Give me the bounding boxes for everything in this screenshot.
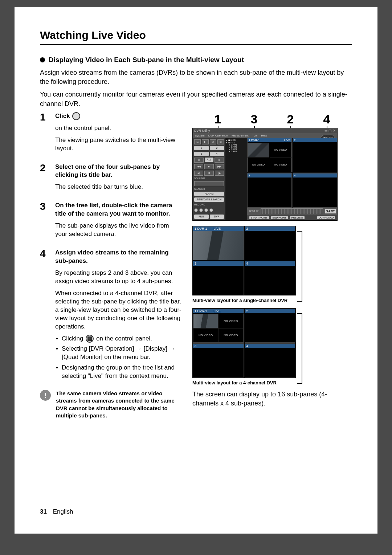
step4-bullet1a: Clicking: [62, 335, 83, 342]
step4-bullet1b: on the control panel.: [96, 335, 152, 342]
start-point-button[interactable]: START POINT: [249, 216, 269, 219]
sub-pane-1: 1 DVR-1LIVE NO VIDEO NO VIDEO NO VIDEO: [193, 309, 244, 343]
callout-4: 4: [309, 112, 345, 126]
step-number: 4: [40, 249, 49, 383]
volume-slider[interactable]: [194, 181, 224, 186]
pane1-status: LIVE: [284, 139, 290, 142]
end-point-button[interactable]: END POINT: [271, 216, 288, 219]
section-heading: Displaying Video in Each Sub-pane in the…: [40, 56, 352, 64]
step3-bold: On the tree list, double-click the camer…: [55, 201, 181, 218]
step4-bullet2: Selecting [DVR Operation] → [Display] → …: [55, 345, 181, 362]
no-video-label: NO VIDEO: [274, 148, 287, 151]
forward-icon[interactable]: ▶▶: [215, 164, 224, 169]
stop-icon[interactable]: ■: [204, 171, 213, 176]
tree-cam4[interactable]: ● CAM4: [226, 150, 246, 152]
step-forward-icon[interactable]: |▶: [215, 171, 224, 176]
record-indicators: [194, 207, 224, 213]
download-button[interactable]: DOWNLOAD: [317, 216, 335, 219]
camera-thumbnail: [193, 314, 218, 328]
no-video-label: NO VIDEO: [252, 163, 265, 166]
rewind-icon[interactable]: ◀◀: [194, 164, 203, 169]
menu-help[interactable]: Help: [261, 134, 267, 137]
intro-block: Assign video streams from the cameras (D…: [40, 68, 352, 109]
channel-3-button[interactable]: 3: [194, 152, 209, 156]
layout-icon[interactable]: ◧: [202, 139, 208, 144]
camera-thumbnail: [248, 143, 269, 157]
multiview-icon[interactable]: ⊞: [217, 139, 224, 144]
tree-pc[interactable]: ▾ 🖥 PC1: [226, 141, 246, 144]
callout-1: 1: [200, 112, 236, 126]
dvr-app-window: DVR Utility ▭ ▢ ✕ System DVR Operation M…: [192, 128, 338, 221]
bracket-icon: [297, 231, 302, 302]
app-title: DVR Utility: [194, 129, 210, 132]
timeline-track[interactable]: [261, 208, 323, 214]
preview-button[interactable]: PREVIEW: [290, 216, 305, 219]
channel-1-button[interactable]: 1: [194, 146, 209, 150]
timedate-search-button[interactable]: TIME/DATE SEARCH: [194, 197, 224, 202]
menu-management[interactable]: Management: [232, 134, 249, 137]
pane2-title: 2: [294, 139, 295, 142]
figure2-caption: Multi-view layout for a 4-channel DVR: [192, 380, 352, 385]
menu-tool[interactable]: Tool: [252, 134, 258, 137]
tree-root[interactable]: ▸ 💾 HDD: [226, 139, 246, 141]
file-button[interactable]: FILE: [194, 215, 209, 219]
closing-paragraph: The screen can display up to 16 sub-pane…: [192, 390, 352, 408]
record-label: RECORD: [194, 203, 224, 206]
timeline-bar[interactable]: 12:30 27 SANY: [247, 208, 337, 215]
sub-pane-2: 2: [245, 309, 296, 343]
zoom-in-icon[interactable]: ⊕: [215, 158, 224, 163]
zoom-out-icon[interactable]: ⊖: [194, 158, 204, 163]
fig1-hdr3: 3: [195, 262, 196, 265]
channel-4-button[interactable]: 4: [210, 152, 224, 156]
alarm-button[interactable]: ALARM: [194, 192, 224, 196]
menu-dvr-operation[interactable]: DVR Operation: [208, 134, 228, 137]
multiview-icon: [72, 112, 80, 120]
timeline-controls: START POINT END POINT PREVIEW DOWNLOAD: [247, 215, 337, 220]
step-number: 3: [40, 201, 49, 242]
horizontal-rule: [40, 44, 352, 45]
timeline-clock: 12:30 27: [249, 210, 258, 212]
app-control-panel: ▭ ◧ ⌀ ⊞ 1 2 3 4: [193, 138, 225, 220]
sub-pane-4[interactable]: 4: [293, 173, 337, 208]
step3-body: The sub-pane displays the live video fro…: [55, 222, 181, 238]
fig2-hdr4: 4: [246, 344, 248, 348]
pane3-title: 3: [249, 174, 250, 177]
no-video-cell: NO VIDEO: [193, 328, 218, 342]
figure1-caption: Multi-view layout for a single-channel D…: [192, 298, 352, 303]
all-button[interactable]: ALL: [205, 158, 213, 162]
step1-bold-a: Click: [55, 113, 70, 119]
step2-bold: Select one of the four sub-panes by clic…: [55, 163, 181, 180]
callout-3: 3: [236, 112, 272, 126]
right-column: 1 3 2 4 DVR Utility ▭ ▢ ✕ System DVR Ope…: [192, 112, 352, 419]
fig2-hdr-a: 1 DVR-1: [195, 309, 207, 313]
page-number: 31: [40, 508, 47, 515]
channel-2-button[interactable]: 2: [210, 146, 224, 150]
step-number: 2: [40, 163, 49, 195]
step2-body: The selected title bar turns blue.: [55, 183, 181, 191]
sub-pane-3[interactable]: 3: [247, 173, 292, 208]
play-icon[interactable]: ▶: [204, 164, 213, 169]
quad-icon: [86, 335, 94, 343]
layout-icon[interactable]: ▭: [194, 139, 201, 144]
layout-icon[interactable]: ⌀: [210, 139, 216, 144]
step-back-icon[interactable]: ◀|: [194, 171, 203, 176]
callout-2: 2: [272, 112, 309, 126]
dvr-button[interactable]: DVR: [210, 215, 224, 219]
step-1: 1 Click on the control panel. The viewin…: [40, 112, 181, 156]
tree-list[interactable]: ▸ 💾 HDD ▾ 🖥 PC1 ● CAM1 ● CAM2 ● CAM3 ● C…: [225, 138, 247, 220]
fig2-hdr2: 2: [246, 309, 248, 313]
sub-pane-2[interactable]: 2: [293, 138, 337, 172]
note-block: ! The same camera video streams or video…: [40, 390, 181, 419]
fig1-hdr-a: 1 DVR-1: [195, 227, 207, 230]
step4-body2: When connected to a 4-channel DVR, after…: [55, 289, 181, 331]
intro-paragraph-1: Assign video streams from the cameras (D…: [40, 68, 352, 86]
sub-pane-4: 4: [245, 343, 296, 378]
step-number: 1: [40, 112, 49, 156]
fig1-hdr-b: LIVE: [214, 227, 221, 230]
bracket-icon: [297, 313, 302, 384]
left-column: 1 Click on the control panel. The viewin…: [40, 112, 181, 419]
no-video-cell: NO VIDEO: [218, 328, 243, 342]
menu-system[interactable]: System: [195, 134, 205, 137]
pane1-title: 1 DVR-1: [249, 139, 260, 142]
sub-pane-1[interactable]: 1 DVR-1LIVE NO VIDEO NO VIDEO NO VIDEO: [247, 138, 292, 172]
